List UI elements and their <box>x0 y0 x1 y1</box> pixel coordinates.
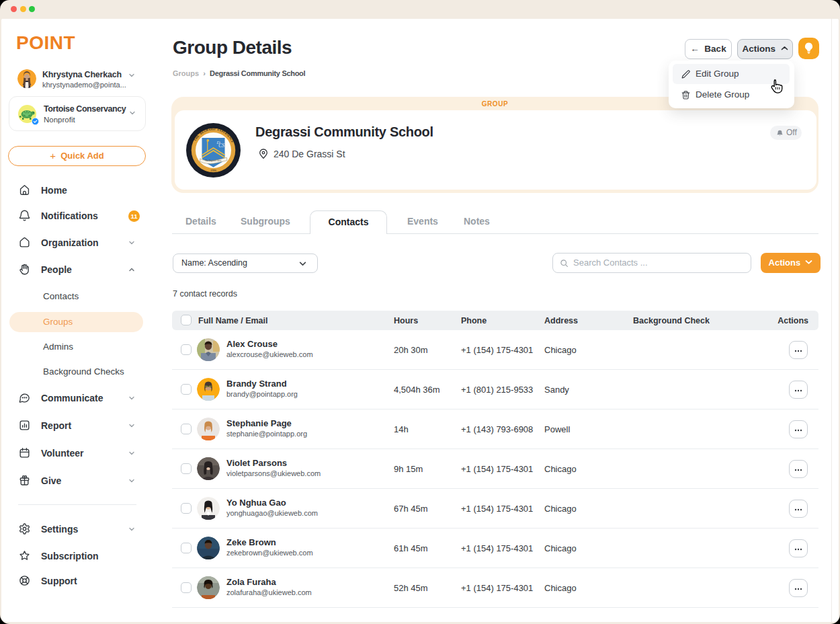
svg-text:CS: CS <box>218 143 224 149</box>
svg-text:1996: 1996 <box>210 169 217 172</box>
svg-text:The Degrassi Story: The Degrassi Story <box>205 159 222 162</box>
